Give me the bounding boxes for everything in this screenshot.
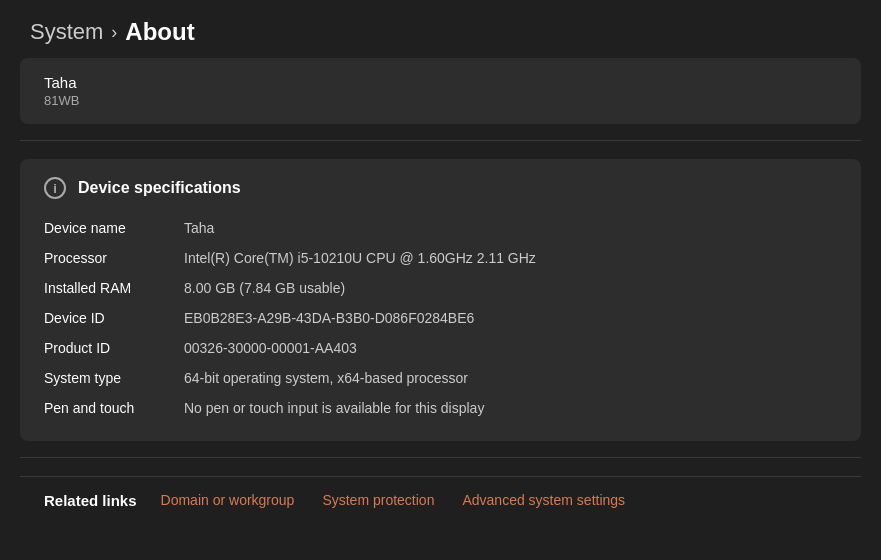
system-label[interactable]: System	[30, 19, 103, 45]
related-link[interactable]: Domain or workgroup	[161, 492, 295, 508]
related-links-divider	[20, 457, 861, 458]
spec-value: Intel(R) Core(TM) i5-10210U CPU @ 1.60GH…	[184, 247, 837, 269]
page-title: About	[125, 18, 194, 46]
related-links-section: Related links Domain or workgroupSystem …	[20, 476, 861, 523]
spec-value: EB0B28E3-A29B-43DA-B3B0-D086F0284BE6	[184, 307, 837, 329]
spec-label: Installed RAM	[44, 277, 184, 299]
related-link[interactable]: Advanced system settings	[462, 492, 625, 508]
specs-title: Device specifications	[78, 179, 241, 197]
spec-label: Device name	[44, 217, 184, 239]
device-card-name: Taha	[44, 74, 837, 91]
spec-label: Pen and touch	[44, 397, 184, 419]
breadcrumb-chevron: ›	[111, 22, 117, 43]
specs-section: i Device specifications Device nameTahaP…	[20, 159, 861, 441]
spec-label: System type	[44, 367, 184, 389]
spec-value: 64-bit operating system, x64-based proce…	[184, 367, 837, 389]
device-card-model: 81WB	[44, 93, 837, 108]
device-card: Taha 81WB	[20, 58, 861, 124]
spec-value: 8.00 GB (7.84 GB usable)	[184, 277, 837, 299]
specs-table: Device nameTahaProcessorIntel(R) Core(TM…	[44, 217, 837, 419]
spec-value: No pen or touch input is available for t…	[184, 397, 837, 419]
related-links-label: Related links	[44, 492, 137, 509]
divider	[20, 140, 861, 141]
spec-value: 00326-30000-00001-AA403	[184, 337, 837, 359]
spec-label: Device ID	[44, 307, 184, 329]
links-container: Domain or workgroupSystem protectionAdva…	[161, 491, 654, 509]
spec-label: Product ID	[44, 337, 184, 359]
specs-header: i Device specifications	[44, 177, 837, 199]
spec-label: Processor	[44, 247, 184, 269]
spec-value: Taha	[184, 217, 837, 239]
related-link[interactable]: System protection	[322, 492, 434, 508]
breadcrumb: System › About	[0, 0, 881, 58]
info-icon: i	[44, 177, 66, 199]
